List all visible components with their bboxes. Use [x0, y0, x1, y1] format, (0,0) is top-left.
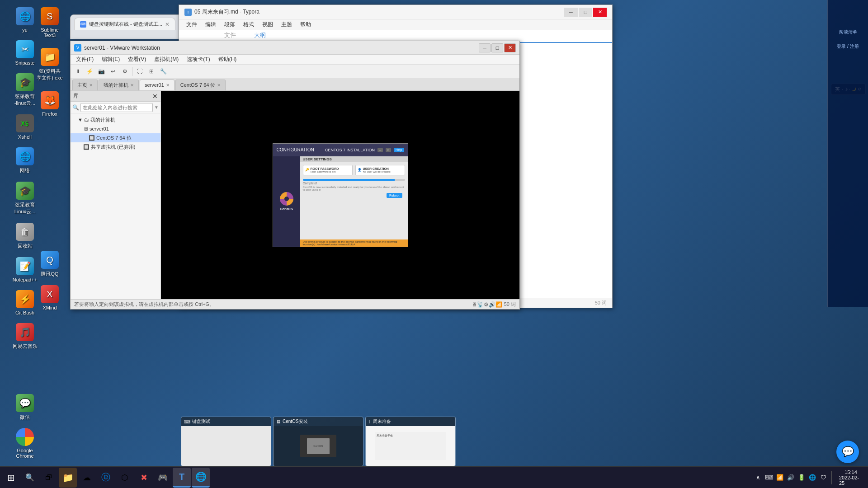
- explorer-icon: 📁: [62, 472, 74, 483]
- typora-menu-file[interactable]: 文件: [183, 20, 201, 29]
- sidebar-search-dropdown[interactable]: ▼: [154, 105, 159, 110]
- tray-wifi-icon[interactable]: 📶: [775, 473, 784, 482]
- vmware-power-btn[interactable]: ⚡: [84, 66, 95, 77]
- typora-menu-edit[interactable]: 编辑: [202, 20, 220, 29]
- chrome-tab-close-btn[interactable]: ✕: [165, 21, 170, 28]
- desktop-icon-wechat[interactable]: 💬 微信: [2, 391, 47, 423]
- thumb-centos-label: CentOS安装: [283, 418, 308, 425]
- taskbar-chrome-btn[interactable]: 🌐: [192, 468, 210, 488]
- taskbar-edge-btn[interactable]: ⓔ: [97, 468, 115, 488]
- chrome-tab[interactable]: ⌨ 键盘按键测试在线 - 键盘测试工... ✕: [74, 18, 175, 30]
- typora-menu-format[interactable]: 格式: [240, 20, 258, 29]
- typora-menu-para[interactable]: 段落: [221, 20, 239, 29]
- tray-volume-icon[interactable]: 🔊: [786, 473, 795, 482]
- taskbar-cloud-btn[interactable]: ☁: [78, 468, 96, 488]
- typora-menu-view[interactable]: 视图: [259, 20, 277, 29]
- centos-reboot-btn[interactable]: Reboot: [387, 193, 402, 198]
- tree-item-server01[interactable]: 🖥 server01: [71, 124, 160, 133]
- vmware-pause-btn[interactable]: ⏸: [72, 66, 83, 77]
- tray-battery-icon[interactable]: 🔋: [797, 473, 806, 482]
- taskbar-xmind-btn[interactable]: ✖: [135, 468, 153, 488]
- desktop-icon-folder[interactable]: 📁 弦(资料共享文件).exe: [27, 45, 72, 84]
- centos-header-right: CENTOS 7 INSTALLATION ─ □ Help: [325, 148, 404, 152]
- desktop-icon-chrome-desktop[interactable]: ⬤ GoogleChrome: [2, 425, 47, 461]
- typora-menu-theme[interactable]: 主题: [278, 20, 296, 29]
- desktop-icon-firefox[interactable]: 🦊 Firefox: [27, 89, 72, 119]
- vmware-maximize-btn[interactable]: □: [491, 43, 503, 52]
- wechat-label: 微信: [20, 414, 30, 421]
- taskbar-clock[interactable]: 15:14 2022-02-25: [837, 467, 864, 488]
- typora-maximize-btn[interactable]: □: [579, 8, 592, 17]
- vmware-tools-btn[interactable]: 🔧: [158, 66, 169, 77]
- typora-word-count: 50 词: [595, 300, 607, 306]
- wechat-icon: 💬: [16, 394, 34, 412]
- thumbnail-keyboard[interactable]: ⌨ 键盘测试: [181, 417, 271, 466]
- desktop-icon-sublime[interactable]: S SublimeText3: [27, 5, 72, 41]
- vmware-menu-vm[interactable]: 虚拟机(M): [151, 55, 182, 64]
- vmware-menu-file[interactable]: 文件(F): [72, 55, 97, 64]
- vmware-vm-display[interactable]: CONFIGURATION CENTOS 7 INSTALLATION ─ □ …: [161, 91, 519, 299]
- vmware-content-area: 库 ✕ 🔍 ▼ ▼ 🗂 我的计算机 🖥 server01 🔲: [71, 91, 519, 299]
- server01-tab-close[interactable]: ✕: [166, 83, 170, 88]
- taskbar-app5-btn[interactable]: ⬡: [116, 468, 134, 488]
- home-tab-close[interactable]: ✕: [89, 83, 93, 88]
- tree-item-mypc[interactable]: ▼ 🗂 我的计算机: [71, 115, 160, 124]
- cloud-icon: ☁: [83, 473, 91, 483]
- typora-titlebar: T 05 周末来自习.md - Typora ─ □ ✕: [179, 5, 612, 19]
- vmware-app-icon: V: [74, 44, 81, 52]
- tree-item-centos[interactable]: 🔲 CentOS 7 64 位: [71, 133, 160, 142]
- typora-close-btn[interactable]: ✕: [593, 8, 607, 17]
- vmware-fullscreen-btn[interactable]: ⛶: [134, 66, 145, 77]
- typora-minimize-btn[interactable]: ─: [564, 8, 578, 17]
- typora-menu-help[interactable]: 帮助: [297, 20, 315, 29]
- desktop-icon-qq[interactable]: Q 腾讯QQ: [27, 248, 72, 280]
- centos-help-btn[interactable]: Help: [394, 148, 404, 152]
- right-panel-read-btn[interactable]: 阅读清单: [837, 27, 859, 37]
- vmware-settings-btn[interactable]: ⚙: [119, 66, 130, 77]
- right-panel-login-btn[interactable]: 登录 / 注册: [835, 42, 860, 52]
- vmware-minimize-btn[interactable]: ─: [479, 43, 491, 52]
- start-button[interactable]: ⊞: [0, 467, 22, 488]
- vmware-unity-btn[interactable]: ⊞: [146, 66, 157, 77]
- mypc-tab-close[interactable]: ✕: [130, 83, 134, 88]
- centos-tab-close[interactable]: ✕: [217, 83, 221, 88]
- show-desktop-btn[interactable]: [864, 473, 868, 482]
- thumbnail-typora[interactable]: T 周末准备 周末准备干啥: [365, 417, 456, 466]
- vmware-tab-server01[interactable]: server01 ✕: [140, 80, 175, 90]
- centos-user-creation-box[interactable]: 👤 USER CREATION No user will be created: [355, 165, 405, 175]
- vmware-tab-mypc[interactable]: 我的计算机 ✕: [99, 80, 139, 90]
- centos-installation-screen: CONFIGURATION CENTOS 7 INSTALLATION ─ □ …: [273, 143, 408, 247]
- sidebar-close-btn[interactable]: ✕: [152, 93, 158, 100]
- vmware-menu-edit[interactable]: 编辑(E): [98, 55, 123, 64]
- vmware-menu-tabs[interactable]: 选项卡(T): [183, 55, 213, 64]
- taskbar-taskview-btn[interactable]: 🗗: [40, 468, 58, 488]
- sidebar-search-input[interactable]: [80, 103, 153, 112]
- chat-button[interactable]: 💬: [836, 441, 859, 463]
- tray-show-hidden-btn[interactable]: ∧: [754, 473, 763, 482]
- vmware-snapshot-btn[interactable]: 📷: [96, 66, 107, 77]
- typora-tab-file[interactable]: 文件: [224, 31, 236, 41]
- tree-label-centos: CentOS 7 64 位: [96, 135, 132, 141]
- taskbar-xmind-icon: ✖: [141, 473, 147, 483]
- centos-progress-bar: [303, 179, 405, 181]
- tray-security-icon[interactable]: 🛡: [819, 473, 828, 482]
- tray-network-icon[interactable]: 🌐: [808, 473, 817, 482]
- vmware-close-btn[interactable]: ✕: [504, 43, 516, 52]
- folder-label: 弦(资料共享文件).exe: [37, 68, 62, 81]
- tree-item-shared[interactable]: 🔲 共享虚拟机 (已弃用): [71, 142, 160, 151]
- centos-user-icon: 👤: [358, 168, 362, 172]
- vmware-menu-help[interactable]: 帮助(H): [215, 55, 241, 64]
- vmware-tab-home[interactable]: 主页 ✕: [72, 80, 98, 90]
- centos-root-password-box[interactable]: 🔑 ROOT PASSWORD Root password is set: [303, 165, 353, 175]
- toolbar-separator: [132, 67, 132, 76]
- taskbar-typora-btn[interactable]: T: [173, 468, 191, 488]
- taskbar-game-btn[interactable]: 🎮: [154, 468, 172, 488]
- taskbar-explorer-btn[interactable]: 📁: [59, 468, 77, 488]
- vmware-revert-btn[interactable]: ↩: [108, 66, 118, 77]
- thumb-centos-content: CentOS: [274, 426, 363, 466]
- thumbnail-centos[interactable]: 🖥 CentOS安装 CentOS: [273, 417, 363, 466]
- vmware-tab-centos[interactable]: CentOS 7 64 位 ✕: [175, 80, 226, 90]
- vmware-menu-view[interactable]: 查看(V): [124, 55, 150, 64]
- taskbar-search-btn[interactable]: 🔍: [22, 467, 38, 488]
- desktop-icon-xmind[interactable]: X XMind: [27, 282, 72, 313]
